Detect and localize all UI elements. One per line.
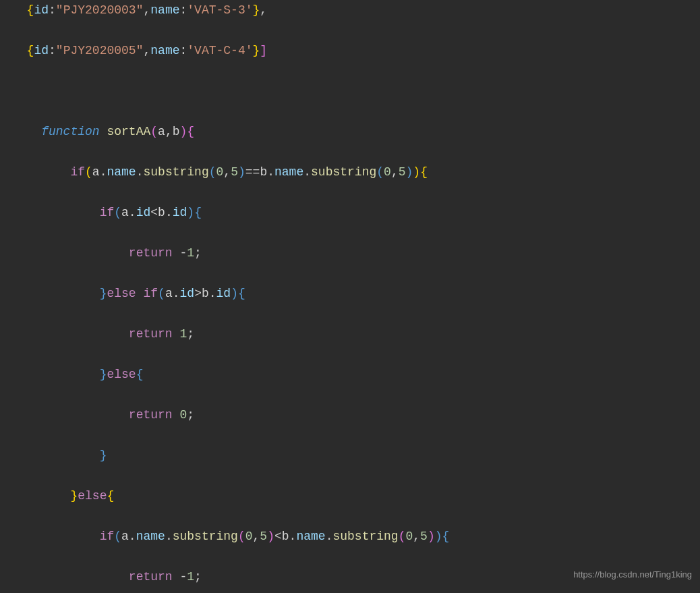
code-line: if(a.name.substring(0,5)==b.name.substri… <box>12 162 700 182</box>
code-line: function sortAA(a,b){ <box>12 121 700 142</box>
code-line: if(a.id<b.id){ <box>12 202 700 223</box>
code-line: if(a.name.substring(0,5)<b.name.substrin… <box>12 526 700 546</box>
code-line: } <box>12 445 700 465</box>
code-line <box>12 81 700 101</box>
code-line: {id:"PJY2020003",name:'VAT-S-3'}, <box>12 0 700 20</box>
code-line: }else if(a.id>b.id){ <box>12 283 700 304</box>
code-line: {id:"PJY2020005",name:'VAT-C-4'}] <box>12 40 700 61</box>
watermark-text: https://blog.csdn.net/Ting1king <box>573 565 692 585</box>
code-line: }else{ <box>12 364 700 385</box>
code-line: }else{ <box>12 486 700 506</box>
code-line: return -1; <box>12 243 700 263</box>
code-editor[interactable]: {id:"PJY2020003",name:'VAT-S-3'}, {id:"P… <box>0 0 700 593</box>
code-line: return 0; <box>12 405 700 425</box>
code-line: return 1; <box>12 324 700 344</box>
